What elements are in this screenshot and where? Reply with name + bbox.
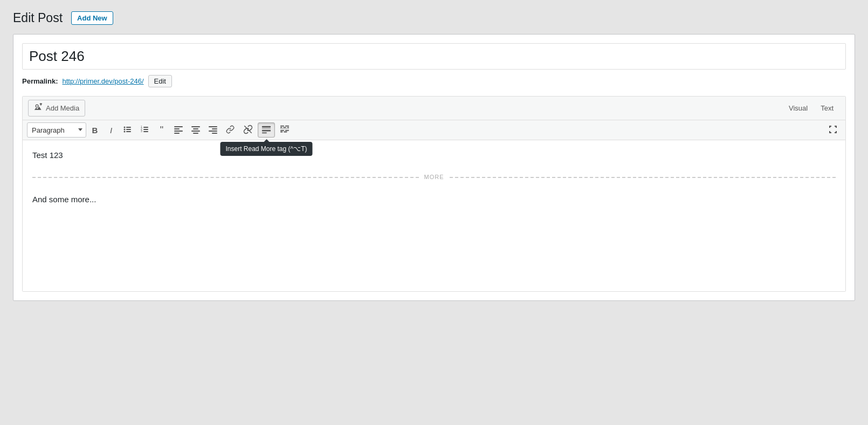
insert-page-break-icon	[280, 125, 290, 136]
svg-rect-17	[174, 131, 183, 132]
svg-text:3: 3	[141, 129, 142, 133]
svg-rect-34	[280, 127, 283, 128]
permalink-row: Permalink: http://primer.dev/post-246/ E…	[22, 75, 846, 87]
svg-rect-40	[280, 131, 283, 132]
svg-rect-24	[212, 128, 217, 129]
align-left-button[interactable]	[170, 122, 187, 138]
post-title-input[interactable]	[22, 43, 846, 70]
tab-visual[interactable]: Visual	[782, 102, 814, 114]
svg-rect-16	[174, 128, 180, 129]
svg-rect-29	[262, 128, 271, 129]
editor-top-bar: Add Media Visual Text	[23, 97, 845, 120]
svg-rect-18	[174, 133, 180, 134]
permalink-label: Permalink:	[22, 77, 58, 85]
svg-rect-31	[262, 132, 267, 133]
add-media-icon	[34, 103, 43, 113]
view-tabs: Visual Text	[782, 102, 840, 114]
insert-read-more-button[interactable]	[258, 122, 275, 138]
editor-content[interactable]: Test 123 MORE And some more...	[23, 140, 845, 291]
svg-rect-4	[126, 127, 131, 128]
permalink-link[interactable]: http://primer.dev/post-246/	[62, 77, 143, 85]
svg-rect-32	[280, 125, 284, 126]
svg-rect-10	[143, 127, 148, 128]
tab-text[interactable]: Text	[814, 102, 840, 114]
unordered-list-icon	[123, 125, 132, 135]
add-media-label: Add Media	[46, 104, 79, 112]
insert-link-icon	[226, 125, 235, 135]
svg-rect-2	[40, 103, 42, 106]
bold-icon: B	[92, 126, 98, 135]
insert-page-break-button[interactable]	[276, 122, 293, 138]
svg-rect-15	[174, 126, 183, 127]
svg-rect-25	[209, 131, 217, 132]
remove-link-button[interactable]	[239, 122, 257, 138]
page-title: Edit Post	[13, 11, 63, 25]
svg-point-3	[124, 126, 126, 128]
more-divider: MORE	[32, 173, 836, 182]
paragraph-select[interactable]: Paragraph Heading 1 Heading 2 Heading 3 …	[27, 122, 86, 138]
blockquote-icon: "	[160, 125, 163, 135]
unordered-list-button[interactable]	[120, 122, 136, 138]
ordered-list-icon: 123	[141, 125, 149, 135]
svg-rect-8	[126, 131, 131, 132]
permalink-edit-button[interactable]: Edit	[148, 75, 172, 87]
svg-rect-14	[143, 131, 148, 132]
more-divider-left-line	[32, 177, 419, 178]
svg-rect-30	[262, 129, 271, 131]
blockquote-button[interactable]: "	[154, 122, 169, 138]
page-header: Edit Post Add New	[13, 11, 855, 25]
svg-rect-19	[191, 126, 200, 127]
ordered-list-button[interactable]: 123	[137, 122, 153, 138]
italic-button[interactable]: I	[104, 122, 119, 138]
svg-rect-21	[191, 131, 200, 132]
svg-rect-33	[285, 125, 289, 126]
svg-point-0	[36, 105, 38, 107]
svg-point-7	[124, 131, 126, 132]
content-paragraph-1: Test 123	[32, 149, 836, 162]
align-center-icon	[191, 125, 200, 135]
insert-read-more-icon	[261, 125, 271, 136]
svg-rect-6	[126, 129, 131, 130]
add-media-button[interactable]: Add Media	[28, 100, 85, 116]
svg-rect-37	[280, 128, 289, 129]
italic-icon: I	[110, 126, 112, 135]
svg-rect-20	[193, 128, 198, 129]
align-left-icon	[174, 125, 183, 135]
insert-read-more-wrapper: Insert Read More tag (^⌥T)	[258, 122, 275, 138]
svg-rect-12	[143, 129, 148, 130]
svg-rect-28	[262, 126, 271, 127]
align-center-button[interactable]	[188, 122, 204, 138]
svg-rect-39	[285, 129, 289, 131]
svg-rect-26	[212, 133, 217, 134]
svg-rect-22	[193, 133, 198, 134]
svg-rect-36	[287, 127, 290, 128]
bold-button[interactable]: B	[87, 122, 102, 138]
add-new-button[interactable]: Add New	[71, 11, 113, 25]
remove-link-icon	[243, 125, 253, 136]
more-divider-label: MORE	[419, 173, 450, 182]
content-paragraph-2: And some more...	[32, 193, 836, 206]
fullscreen-button[interactable]	[825, 122, 841, 138]
svg-rect-23	[209, 126, 217, 127]
svg-point-5	[124, 128, 126, 130]
more-divider-right-line	[450, 177, 836, 178]
format-toolbar: Paragraph Heading 1 Heading 2 Heading 3 …	[23, 120, 845, 140]
svg-rect-35	[283, 127, 286, 128]
svg-rect-38	[280, 129, 284, 131]
insert-link-button[interactable]	[222, 122, 238, 138]
align-right-icon	[209, 125, 217, 135]
svg-rect-41	[284, 131, 287, 132]
fullscreen-icon	[829, 125, 837, 135]
editor-container: Permalink: http://primer.dev/post-246/ E…	[13, 34, 855, 301]
editor-toolbar-area: Add Media Visual Text Paragraph Heading …	[22, 96, 846, 292]
align-right-button[interactable]	[205, 122, 221, 138]
